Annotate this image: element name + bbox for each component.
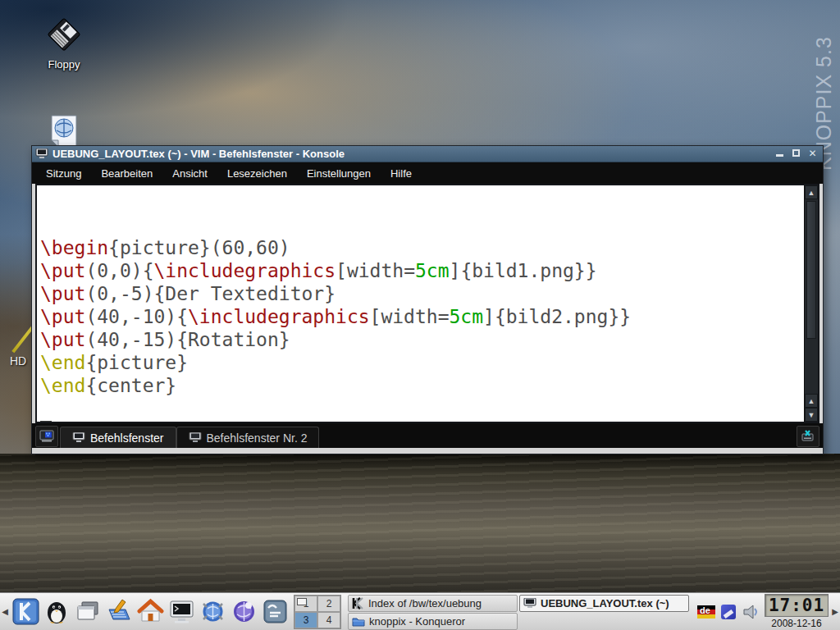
menu-lesezeichen[interactable]: Lesezeichen [218,165,296,182]
desktop: KNOPPIX 5.3 Floppy HD [0,0,840,630]
terminal-line: \put(0,0){\includegraphics[width=5cm]{bi… [40,259,804,282]
desktop-wallpaper-sea [0,454,840,592]
openoffice-launcher-button[interactable] [259,596,290,628]
floppy-disk-icon [46,16,82,52]
task-konqueror-index[interactable]: Index of /bw/tex/uebung [348,595,518,612]
clock-time: 17:01 [765,594,829,617]
terminal-monitor-icon [168,598,195,625]
scroll-up-button-2[interactable]: ▲ [805,394,818,408]
tab-befehlsfenster-nr-2[interactable]: Befehlsfenster Nr. 2 [176,427,320,448]
konsole-window: UEBUNG_LAYOUT.tex (~) - VIM - Befehlsfen… [31,145,824,454]
editor-launcher-button[interactable] [103,596,135,628]
pager-desktop-4[interactable]: 4 [317,612,340,628]
windows-icon [75,598,102,625]
menu-ansicht[interactable]: Ansicht [163,165,217,182]
web-browser-launcher-button[interactable] [228,596,259,628]
scroll-down-button[interactable]: ▼ [805,408,818,422]
knoppix-penguin-button[interactable] [41,596,72,628]
terminal-line: \put(40,-15){Rotation} [40,328,804,351]
window-title: UEBUNG_LAYOUT.tex (~) - VIM - Befehlsfen… [52,148,770,160]
terminal-line: \end{center} [40,374,804,397]
scrollbar-thumb[interactable] [806,201,816,339]
system-tray: de [692,604,765,620]
task-label: UEBUNG_LAYOUT.tex (~) [541,597,669,609]
minimize-button[interactable] [773,148,787,160]
scroll-up-button[interactable]: ▲ [805,185,818,199]
new-session-button[interactable] [35,426,58,447]
desktop-icon-floppy[interactable]: Floppy [31,16,97,71]
konqueror-globe-gear-icon [199,598,226,625]
konsole-launcher-button[interactable] [166,596,197,628]
terminal-content[interactable]: \begin{picture}(60,60)\put(0,0){\include… [37,185,804,422]
menu-hilfe[interactable]: Hilfe [381,165,421,182]
klipper-icon[interactable] [721,605,736,619]
notepad-pencil-icon [106,598,133,625]
openoffice-icon [262,598,289,625]
konsole-window-icon [35,148,48,159]
konqueror-k-icon [352,597,364,609]
task-uebung-layout[interactable]: UEBUNG_LAYOUT.tex (~) [519,595,689,612]
pager-label: 4 [326,614,332,626]
panel-hide-arrow-right[interactable]: ▶ [830,594,840,630]
tab-label: Befehlsfenster Nr. 2 [207,431,308,445]
pager-label: 2 [326,598,332,609]
volume-speaker-icon[interactable] [742,604,760,620]
terminal-line: \begin{picture}(60,60) [40,236,804,259]
html-file-icon [48,115,80,148]
new-session-icon [39,430,54,443]
session-tab-bar: Befehlsfenster Befehlsfenster Nr. 2 [32,423,823,448]
terminal-viewport: \begin{picture}(60,60)\put(0,0){\include… [35,184,819,423]
pager-desktop-2[interactable]: 2 [317,596,340,612]
konqueror-launcher-button[interactable] [197,596,228,628]
tab-monitor-icon [189,432,202,443]
menu-einstellungen[interactable]: Einstellungen [298,165,380,182]
konsole-task-icon [523,598,536,609]
terminal-line: \end{picture} [40,351,804,374]
iceweasel-globe-icon [231,598,258,625]
kde-panel: ◀ [0,592,840,630]
task-label: Index of /bw/tex/uebung [368,597,482,609]
desktop-icon-hd-label-fragment: HD [10,354,26,368]
show-desktop-button[interactable] [72,596,103,628]
task-label: knoppix - Konqueror [369,615,465,628]
menu-sitzung[interactable]: Sitzung [37,165,90,182]
panel-clock[interactable]: 17:01 2008-12-16 [765,594,829,629]
kmenu-button[interactable] [10,596,41,628]
menu-bearbeiten[interactable]: Bearbeiten [92,165,162,182]
menu-bar: Sitzung Bearbeiten Ansicht Lesezeichen E… [32,162,823,184]
desktop-pager: 1 2 3 4 [294,595,341,629]
close-button[interactable]: ✕ [806,148,819,160]
terminal-line [40,397,804,420]
home-icon [137,598,164,625]
tux-penguin-icon [43,598,71,625]
maximize-button[interactable] [789,148,803,160]
scrollbar-track[interactable] [805,340,818,394]
vertical-scrollbar[interactable]: ▲ ▲ ▼ [804,185,818,422]
close-session-icon [801,430,815,443]
pager-desktop-1[interactable]: 1 [294,596,317,612]
task-knoppix-konqueror[interactable]: knoppix - Konqueror [348,613,518,630]
tab-befehlsfenster[interactable]: Befehlsfenster [60,427,176,448]
panel-hide-arrow-left[interactable]: ◀ [0,594,10,630]
pager-label: 3 [304,614,309,626]
terminal-line: Etwas Text... [40,420,804,422]
terminal-line: \put(40,-10){\includegraphics[width=5cm]… [40,305,804,328]
window-titlebar[interactable]: UEBUNG_LAYOUT.tex (~) - VIM - Befehlsfen… [32,146,823,162]
kmenu-k-icon [12,598,39,625]
tab-monitor-icon [72,432,85,443]
close-session-button[interactable] [797,426,819,447]
terminal-lines: \begin{picture}(60,60)\put(0,0){\include… [40,236,804,422]
window-task-list: Index of /bw/tex/uebung UEBUNG_LAYOUT.te… [345,594,692,630]
home-folder-button[interactable] [135,596,166,628]
clock-date: 2008-12-16 [765,618,829,629]
tab-label: Befehlsfenster [90,431,164,445]
desktop-icon-label: Floppy [31,58,97,71]
pager-window-thumb [297,598,307,605]
terminal-line: \put(0,-5){Der Texteditor} [40,282,804,305]
keyboard-layout-indicator[interactable]: de [697,605,715,619]
keyboard-layout-label: de [700,605,710,615]
folder-icon [352,616,365,627]
pager-desktop-3[interactable]: 3 [294,612,317,628]
